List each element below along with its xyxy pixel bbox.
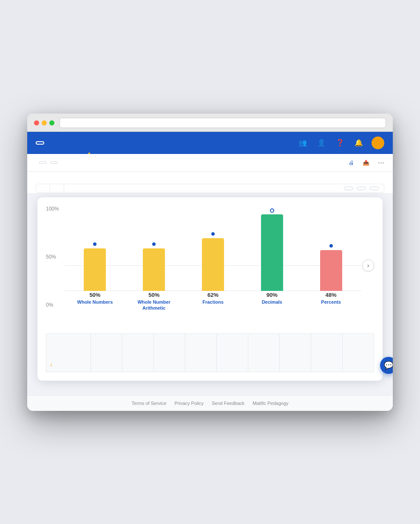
x-name-5: Percents bbox=[305, 299, 357, 305]
bar-dot-5 bbox=[329, 244, 333, 248]
th-avg-score bbox=[122, 333, 153, 372]
user-icon[interactable]: 👤 bbox=[315, 137, 327, 149]
bar-group-1 bbox=[69, 206, 121, 291]
bar-group-2 bbox=[128, 206, 180, 291]
filter-work[interactable] bbox=[344, 187, 353, 190]
privacy-link[interactable]: Privacy Policy bbox=[174, 401, 203, 406]
nav-dashboard[interactable] bbox=[53, 132, 54, 154]
bar-group-5 bbox=[305, 206, 357, 291]
bar-dot-4-highlight bbox=[270, 208, 274, 213]
bar-dot-3 bbox=[211, 232, 215, 236]
class-select[interactable] bbox=[39, 161, 47, 164]
th-activities bbox=[91, 333, 122, 372]
top-nav: 👥 👤 ❓ 🔔 bbox=[27, 132, 393, 154]
x-name-1: Whole Numbers bbox=[69, 299, 121, 305]
chart-y-labels: 100% 50% 0% bbox=[46, 206, 63, 308]
chart-bars-container bbox=[65, 206, 361, 291]
chart-area: 100% 50% 0% bbox=[46, 206, 374, 325]
export-button[interactable]: 📤 bbox=[363, 159, 371, 166]
pedagogy-link[interactable]: Matific Pedagogy bbox=[253, 401, 288, 406]
th-name: ↓ bbox=[46, 333, 91, 372]
bar-group-4 bbox=[246, 206, 298, 291]
address-bar[interactable] bbox=[60, 118, 386, 128]
export-icon: 📤 bbox=[363, 159, 369, 166]
filter-level[interactable] bbox=[357, 187, 366, 190]
user-avatar[interactable] bbox=[372, 137, 384, 149]
printer-icon: 🖨 bbox=[349, 159, 354, 166]
chat-button[interactable]: 💬 bbox=[380, 357, 393, 374]
sort-arrow[interactable]: ↓ bbox=[50, 361, 53, 367]
x-name-3: Fractions bbox=[187, 299, 239, 305]
print-button[interactable]: 🖨 bbox=[349, 159, 356, 166]
main-card: 100% 50% 0% bbox=[37, 197, 383, 381]
sub-header-right: 🖨 📤 ··· bbox=[349, 158, 384, 167]
bar-3[interactable] bbox=[202, 238, 224, 291]
x-pct-2: 50% bbox=[128, 292, 180, 298]
team-icon[interactable]: 👥 bbox=[297, 137, 309, 149]
chart-next-button[interactable]: › bbox=[362, 259, 374, 271]
y-label-0: 0% bbox=[46, 302, 63, 308]
chart-x-labels: 50% Whole Numbers 50% Whole Number Arith… bbox=[65, 292, 361, 325]
class-avg-stat bbox=[36, 185, 50, 192]
data-table: ↓ bbox=[46, 333, 374, 372]
th-ratio bbox=[311, 333, 342, 372]
bar-group-3 bbox=[187, 206, 239, 291]
th-decimals bbox=[248, 333, 279, 372]
table-header-row: ↓ bbox=[46, 333, 374, 372]
browser-chrome bbox=[27, 114, 393, 132]
nav-activities[interactable] bbox=[65, 132, 66, 154]
x-pct-3: 62% bbox=[187, 292, 239, 298]
nav-items bbox=[53, 132, 288, 154]
page-content bbox=[27, 172, 393, 193]
x-label-4: 90% Decimals bbox=[246, 292, 298, 325]
sub-header: 🖨 📤 ··· bbox=[27, 154, 393, 172]
bar-dot-1 bbox=[93, 242, 96, 246]
feedback-link[interactable]: Send Feedback bbox=[212, 401, 244, 406]
bar-1[interactable] bbox=[84, 248, 106, 291]
maximize-dot[interactable] bbox=[49, 120, 54, 125]
activities-stat bbox=[50, 185, 64, 192]
y-label-100: 100% bbox=[46, 206, 63, 212]
x-label-1: 50% Whole Numbers bbox=[69, 292, 121, 325]
notification-icon[interactable]: 🔔 bbox=[353, 137, 365, 149]
browser-dots bbox=[34, 120, 54, 125]
filter-time[interactable] bbox=[369, 187, 379, 190]
x-pct-1: 50% bbox=[69, 292, 121, 298]
bar-5[interactable] bbox=[320, 250, 342, 291]
chart-inner: 50% Whole Numbers 50% Whole Number Arith… bbox=[65, 206, 374, 325]
bar-4[interactable] bbox=[261, 214, 283, 291]
nav-logo[interactable] bbox=[36, 141, 44, 145]
stats-row bbox=[36, 184, 384, 193]
x-name-2: Whole Number Arithmetic bbox=[128, 299, 180, 311]
x-label-3: 62% Fractions bbox=[187, 292, 239, 325]
x-name-4: Decimals bbox=[246, 299, 298, 305]
bar-dot-2 bbox=[152, 242, 156, 246]
x-label-2: 50% Whole Number Arithmetic bbox=[128, 292, 180, 325]
more-options-button[interactable]: ··· bbox=[378, 158, 384, 167]
filter-area bbox=[335, 184, 384, 193]
th-percents bbox=[279, 333, 311, 372]
sub-header-left bbox=[36, 161, 58, 164]
th-fractions bbox=[216, 333, 248, 372]
nav-class-management[interactable] bbox=[88, 132, 90, 154]
browser-window: 👥 👤 ❓ 🔔 🖨 📤 ··· bbox=[27, 114, 393, 411]
x-label-5: 48% Percents bbox=[305, 292, 357, 325]
minimize-dot[interactable] bbox=[42, 120, 47, 125]
y-label-50: 50% bbox=[46, 254, 63, 260]
th-negative bbox=[342, 333, 374, 372]
group-select[interactable] bbox=[50, 161, 58, 164]
bar-2[interactable] bbox=[143, 248, 165, 291]
close-dot[interactable] bbox=[34, 120, 39, 125]
th-whole-numbers bbox=[153, 333, 185, 372]
terms-link[interactable]: Terms of Service bbox=[131, 401, 166, 406]
nav-icons: 👥 👤 ❓ 🔔 bbox=[297, 137, 384, 149]
x-pct-5: 48% bbox=[305, 292, 357, 298]
footer: Terms of Service Privacy Policy Send Fee… bbox=[27, 395, 393, 411]
nav-reports[interactable] bbox=[77, 132, 78, 154]
th-whole-number-arith bbox=[185, 333, 216, 372]
help-icon[interactable]: ❓ bbox=[334, 137, 346, 149]
x-pct-4: 90% bbox=[246, 292, 298, 298]
